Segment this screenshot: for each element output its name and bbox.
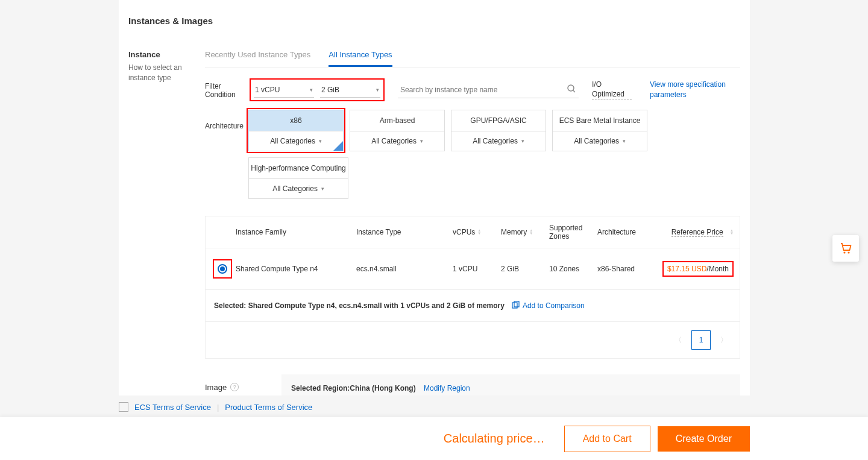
memory-select[interactable]: 2 GiB: [320, 82, 380, 98]
sort-icon: ▲▼: [477, 229, 481, 235]
arch-categories-dropdown[interactable]: All Categories: [350, 131, 444, 151]
table-row[interactable]: Shared Compute Type n4 ecs.n4.small 1 vC…: [206, 248, 740, 290]
cell-price-amount: $17.15 USD: [667, 265, 706, 273]
terms-checkbox[interactable]: [119, 402, 128, 412]
check-icon: [333, 141, 343, 151]
arch-name: High-performance Computing: [249, 158, 348, 179]
arch-card-arm[interactable]: Arm-based All Categories: [350, 110, 445, 151]
more-spec-link[interactable]: View more specification parameters: [650, 80, 740, 100]
th-memory[interactable]: Memory▲▼: [501, 224, 549, 241]
arch-categories-dropdown[interactable]: All Categories: [451, 131, 546, 151]
pager-page-1[interactable]: 1: [691, 330, 711, 350]
pager-next[interactable]: 〉: [717, 335, 731, 345]
tab-all-instance-types[interactable]: All Instance Types: [329, 50, 392, 67]
svg-point-4: [843, 251, 845, 253]
ecs-terms-link[interactable]: ECS Terms of Service: [134, 403, 211, 412]
svg-rect-2: [512, 303, 517, 308]
add-to-cart-button[interactable]: Add to Cart: [564, 426, 650, 452]
arch-name: x86: [249, 110, 343, 131]
sort-icon: ▲▼: [529, 229, 533, 235]
cell-price-period: /Month: [706, 265, 729, 273]
price-status: Calculating price…: [444, 432, 545, 446]
search-input[interactable]: [398, 81, 579, 98]
vcpu-select[interactable]: 1 vCPU: [254, 82, 314, 98]
arch-name: GPU/FPGA/ASIC: [451, 110, 546, 131]
cell-family: Shared Compute Type n4: [236, 265, 356, 273]
help-icon[interactable]: ?: [230, 383, 239, 391]
th-vcpus[interactable]: vCPUs▲▼: [453, 224, 501, 241]
arch-categories-dropdown[interactable]: All Categories: [249, 131, 343, 151]
cell-memory: 2 GiB: [501, 265, 549, 273]
sort-icon: ▲▼: [730, 229, 734, 235]
th-zones: Supported Zones: [549, 224, 597, 241]
selected-summary: Selected: Shared Compute Type n4, ecs.n4…: [214, 301, 505, 310]
create-order-button[interactable]: Create Order: [658, 426, 750, 452]
arch-categories-dropdown[interactable]: All Categories: [553, 131, 647, 151]
th-instance-type: Instance Type: [356, 224, 453, 241]
image-label: Image: [205, 383, 227, 392]
row-radio[interactable]: [218, 264, 227, 274]
arch-card-x86[interactable]: x86 All Categories: [248, 110, 344, 151]
cell-arch: x86-Shared: [597, 265, 640, 273]
cell-vcpus: 1 vCPU: [453, 265, 501, 273]
arch-name: ECS Bare Metal Instance: [553, 110, 647, 131]
svg-point-5: [848, 251, 849, 253]
cart-float-button[interactable]: [832, 235, 859, 262]
page-title: Instances & Images: [128, 16, 740, 26]
instance-help-link[interactable]: How to select an instance type: [128, 63, 205, 83]
th-architecture: Architecture: [597, 224, 640, 241]
arch-name: Arm-based: [350, 110, 444, 131]
arch-card-hpc[interactable]: High-performance Computing All Categorie…: [248, 157, 348, 199]
pager-prev[interactable]: 〈: [671, 335, 685, 345]
arch-card-gpu[interactable]: GPU/FPGA/ASIC All Categories: [451, 110, 546, 151]
svg-rect-3: [514, 301, 519, 307]
region-value: China (Hong Kong): [350, 384, 415, 392]
cell-type: ecs.n4.small: [356, 265, 453, 273]
instance-table: Instance Family Instance Type vCPUs▲▼ Me…: [205, 216, 740, 359]
copy-icon: [512, 301, 520, 310]
region-label: Selected Region:: [291, 384, 350, 392]
filter-condition-label: Filter Condition: [205, 78, 250, 99]
cart-icon: [838, 241, 853, 257]
product-terms-link[interactable]: Product Terms of Service: [225, 403, 312, 412]
modify-region-link[interactable]: Modify Region: [424, 384, 470, 392]
terms-separator: |: [217, 403, 219, 412]
arch-categories-dropdown[interactable]: All Categories: [249, 179, 348, 198]
architecture-label: Architecture: [205, 110, 248, 130]
cell-zones: 10 Zones: [549, 265, 597, 273]
th-instance-family: Instance Family: [236, 224, 356, 241]
arch-card-bare-metal[interactable]: ECS Bare Metal Instance All Categories: [552, 110, 647, 151]
io-optimized-label[interactable]: I/O Optimized: [592, 80, 632, 99]
add-to-comparison-link[interactable]: Add to Comparison: [512, 301, 585, 310]
tab-recently-used[interactable]: Recently Used Instance Types: [205, 50, 310, 67]
instance-label: Instance: [128, 50, 205, 59]
th-reference-price[interactable]: Reference Price ▲▼: [640, 224, 734, 241]
